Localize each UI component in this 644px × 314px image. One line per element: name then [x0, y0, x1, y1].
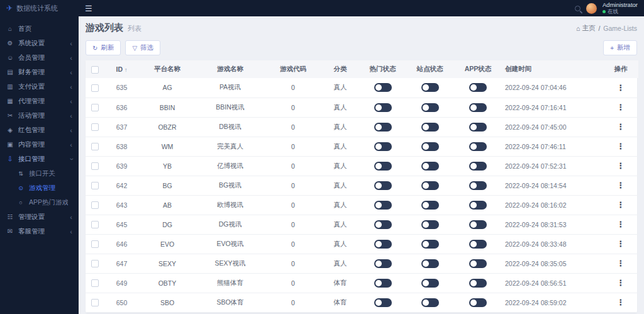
site-status-toggle[interactable] [421, 181, 439, 190]
row-actions-icon[interactable]: ⋮ [617, 278, 625, 288]
row-actions-icon[interactable]: ⋮ [617, 103, 625, 112]
sidebar-item-interface[interactable]: ⇩ 接口管理 ‹ [0, 152, 79, 166]
cell-category: 真人 [321, 215, 359, 234]
app-logo[interactable]: ✈ 数据统计系统 [0, 0, 79, 16]
hot-status-toggle[interactable] [374, 181, 392, 190]
app-status-toggle[interactable] [469, 142, 487, 151]
site-status-toggle[interactable] [421, 142, 439, 151]
hot-status-toggle[interactable] [374, 259, 392, 268]
app-status-toggle[interactable] [469, 83, 487, 92]
row-checkbox[interactable] [91, 104, 99, 111]
sidebar-item-system-settings[interactable]: ⚙ 系统设置 ‹ [0, 36, 79, 50]
toggle-knob [470, 84, 477, 91]
row-checkbox[interactable] [91, 240, 99, 248]
app-status-toggle[interactable] [469, 181, 487, 190]
sidebar-item-content[interactable]: ▣ 内容管理 ‹ [0, 137, 79, 152]
row-actions-icon[interactable]: ⋮ [617, 83, 625, 93]
cell-platform: BG [139, 176, 196, 195]
sidebar-item-app-hot-games[interactable]: ○ APP热门游戏 [0, 195, 79, 210]
cell-category: 真人 [321, 117, 359, 137]
hot-status-toggle[interactable] [374, 103, 392, 112]
site-status-toggle[interactable] [421, 298, 439, 307]
refresh-button[interactable]: ↻ 刷新 [86, 40, 121, 55]
cell-code: 0 [265, 98, 321, 117]
site-status-toggle[interactable] [421, 83, 439, 92]
site-status-toggle[interactable] [421, 240, 439, 249]
hot-status-toggle[interactable] [374, 142, 392, 151]
hot-status-toggle[interactable] [374, 123, 392, 132]
sidebar-item-payment[interactable]: ▥ 支付设置 ‹ [0, 79, 79, 94]
refresh-icon: ↻ [92, 45, 97, 52]
sidebar-item-home[interactable]: ⌂ 首页 [0, 21, 79, 36]
hot-status-toggle[interactable] [374, 201, 392, 210]
row-checkbox[interactable] [91, 143, 99, 150]
app-status-toggle[interactable] [469, 279, 487, 288]
hot-status-toggle[interactable] [374, 162, 392, 171]
row-checkbox[interactable] [91, 201, 99, 209]
cell-created: 2022-09-24 07:16:41 [502, 98, 603, 117]
sidebar-item-interface-switch[interactable]: ⇅ 接口开关 [0, 166, 79, 181]
row-actions-icon[interactable]: ⋮ [617, 122, 625, 132]
app-status-toggle[interactable] [469, 240, 487, 249]
sidebar-item-redpacket[interactable]: ◈ 红包管理 ‹ [0, 123, 79, 137]
sidebar-item-agents[interactable]: ▦ 代理管理 ‹ [0, 94, 79, 108]
row-checkbox[interactable] [91, 182, 99, 189]
cell-code: 0 [265, 254, 321, 273]
row-checkbox[interactable] [91, 221, 99, 228]
column-header-app-status: APP状态 [453, 60, 502, 78]
sidebar-toggle-icon[interactable]: ☰ [85, 4, 92, 13]
hot-status-toggle[interactable] [374, 279, 392, 288]
filter-button[interactable]: ▽ 筛选 [125, 40, 160, 55]
sidebar-item-admin-settings[interactable]: ☷ 管理设置 ‹ [0, 210, 79, 224]
hot-status-toggle[interactable] [374, 240, 392, 249]
app-status-toggle[interactable] [469, 298, 487, 307]
hot-status-toggle[interactable] [374, 220, 392, 229]
row-checkbox[interactable] [91, 84, 99, 92]
sidebar-item-game-management[interactable]: ⊙ 游戏管理 [0, 181, 79, 195]
site-status-toggle[interactable] [421, 103, 439, 112]
row-actions-icon[interactable]: ⋮ [617, 181, 625, 190]
sidebar-item-service[interactable]: ✉ 客服管理 ‹ [0, 224, 79, 238]
row-actions-icon[interactable]: ⋮ [617, 298, 625, 307]
column-header-id[interactable]: ID ↑ [104, 60, 139, 78]
app-status-toggle[interactable] [469, 220, 487, 229]
avatar[interactable] [586, 3, 597, 14]
cell-game: BBIN视讯 [196, 98, 265, 117]
cell-platform: SEXY [139, 254, 196, 273]
row-actions-icon[interactable]: ⋮ [617, 259, 625, 268]
row-actions-icon[interactable]: ⋮ [617, 220, 625, 229]
row-checkbox[interactable] [91, 162, 99, 170]
hot-status-toggle[interactable] [374, 83, 392, 92]
row-actions-icon[interactable]: ⋮ [617, 161, 625, 171]
site-status-toggle[interactable] [421, 259, 439, 268]
site-status-toggle[interactable] [421, 201, 439, 210]
site-status-toggle[interactable] [421, 162, 439, 171]
sidebar-item-members[interactable]: ☺ 会员管理 ‹ [0, 50, 79, 65]
search-icon[interactable] [575, 6, 580, 11]
row-checkbox[interactable] [91, 279, 99, 287]
cell-created: 2022-09-24 08:14:54 [502, 176, 603, 195]
site-status-toggle[interactable] [421, 279, 439, 288]
app-status-toggle[interactable] [469, 201, 487, 210]
select-all-checkbox[interactable] [91, 66, 99, 74]
row-checkbox[interactable] [91, 123, 99, 131]
row-actions-icon[interactable]: ⋮ [617, 142, 625, 151]
breadcrumb-home-link[interactable]: ⌂ 主页 [576, 24, 595, 33]
sidebar-item-activities[interactable]: ✂ 活动管理 ‹ [0, 108, 79, 123]
app-status-toggle[interactable] [469, 162, 487, 171]
cell-code: 0 [265, 195, 321, 215]
app-status-toggle[interactable] [469, 123, 487, 132]
site-status-toggle[interactable] [421, 220, 439, 229]
row-checkbox[interactable] [91, 260, 99, 267]
app-status-toggle[interactable] [469, 259, 487, 268]
row-checkbox[interactable] [91, 299, 99, 306]
site-status-toggle[interactable] [421, 123, 439, 132]
cell-code: 0 [265, 156, 321, 176]
hot-status-toggle[interactable] [374, 298, 392, 307]
sidebar-item-finance[interactable]: ▤ 财务管理 ‹ [0, 65, 79, 79]
row-actions-icon[interactable]: ⋮ [617, 200, 625, 210]
add-button[interactable]: + 新增 [603, 40, 637, 55]
user-menu[interactable]: Administrator 在线 [602, 2, 638, 15]
row-actions-icon[interactable]: ⋮ [617, 239, 625, 249]
app-status-toggle[interactable] [469, 103, 487, 112]
